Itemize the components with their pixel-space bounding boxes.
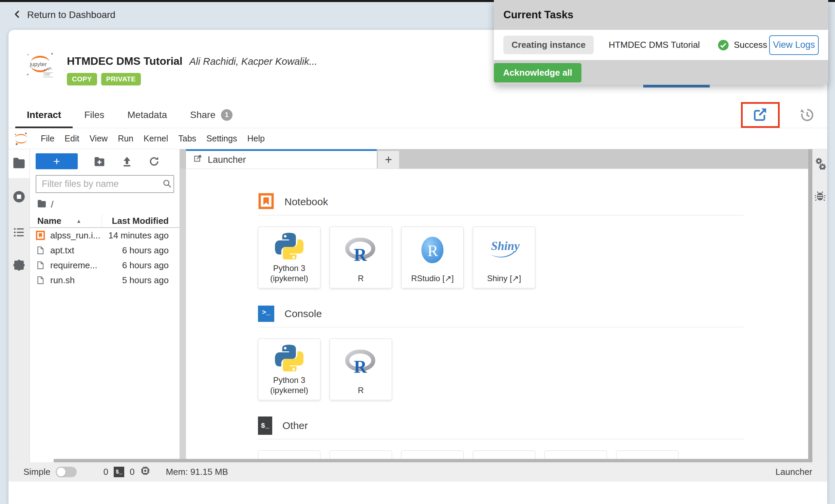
launcher-card-rstudio[interactable]: RRStudio [↗] — [401, 227, 464, 288]
filter-files-input[interactable] — [42, 179, 162, 189]
file-row[interactable]: run.sh5 hours ago — [30, 273, 180, 288]
refresh-icon[interactable] — [148, 156, 160, 167]
view-logs-button[interactable]: View Logs — [769, 35, 819, 55]
file-row[interactable]: alpss_run.i...14 minutes ago — [30, 228, 180, 243]
home-folder-icon — [37, 198, 47, 211]
simple-mode-toggle[interactable] — [56, 467, 77, 477]
tab-interact[interactable]: Interact — [19, 102, 69, 128]
file-list: alpss_run.i...14 minutes agoapt.txt6 hou… — [30, 228, 180, 288]
rstudio-icon: R — [419, 227, 446, 273]
launcher-section-notebook: NotebookPython 3(ipykernel)RRRRStudio [↗… — [258, 193, 808, 288]
back-label: Return to Dashboard — [27, 9, 115, 20]
new-folder-icon[interactable] — [93, 155, 106, 168]
launcher-card-label: Python 3(ipykernel) — [270, 375, 308, 400]
sidebar-tab-property-inspector[interactable] — [814, 157, 827, 171]
fullscreen-annotation-box — [741, 102, 780, 128]
launcher: NotebookPython 3(ipykernel)RRRRStudio [↗… — [180, 169, 808, 462]
tale-tab-bar: InteractFilesMetadataShare1 — [8, 102, 827, 128]
back-to-dashboard-link[interactable]: Return to Dashboard — [13, 9, 115, 20]
launcher-card-label: RStudio [↗] — [411, 273, 454, 288]
python-icon — [275, 227, 303, 263]
menu-run[interactable]: Run — [113, 134, 138, 143]
section-divider — [258, 215, 743, 215]
vertical-scrollbar[interactable] — [808, 149, 812, 462]
task-target: HTMDEC DMS Tutorial — [609, 40, 700, 50]
tab-metadata[interactable]: Metadata — [120, 102, 174, 128]
svg-text:jupyter: jupyter — [30, 61, 47, 67]
gears-icon — [814, 165, 827, 171]
launcher-card-python[interactable]: Python 3(ipykernel) — [258, 227, 320, 288]
search-icon — [162, 178, 172, 190]
new-tab-button[interactable]: + — [378, 151, 399, 169]
launcher-card-label: Shiny [↗] — [487, 273, 521, 288]
file-name: alpss_run.i... — [50, 230, 100, 241]
puzzle-icon — [12, 258, 26, 273]
python-icon — [275, 339, 303, 375]
dock-tab-bar: Launcher + — [180, 149, 808, 169]
menubar-items: FileEditViewRunKernelTabsSettingsHelp — [36, 134, 270, 143]
r-icon: R — [345, 227, 376, 273]
launcher-card-label: R — [358, 273, 364, 288]
launcher-card-r[interactable]: RR — [330, 338, 392, 400]
horizontal-scrollbar[interactable] — [54, 459, 810, 462]
kernel-chip-icon — [140, 465, 151, 479]
shiny-icon: Shiny — [486, 227, 522, 273]
file-icon — [35, 246, 46, 255]
file-modified: 5 hours ago — [122, 275, 180, 286]
bug-icon — [814, 197, 826, 203]
menu-view[interactable]: View — [84, 134, 113, 143]
new-launcher-button[interactable]: + — [36, 153, 78, 169]
file-row[interactable]: requireme...6 hours ago — [30, 258, 180, 273]
sidebar-tab-debugger[interactable] — [814, 190, 826, 203]
column-header-last-modified[interactable]: Last Modified — [102, 214, 180, 227]
menu-kernel[interactable]: Kernel — [138, 134, 173, 143]
menu-settings[interactable]: Settings — [201, 134, 242, 143]
jupyterlab-left-sidebar — [8, 149, 30, 462]
sidebar-tab-toc[interactable] — [8, 226, 30, 240]
upload-icon[interactable] — [121, 156, 133, 167]
open-fullscreen-icon[interactable] — [753, 107, 768, 123]
sidebar-tab-filebrowser[interactable] — [8, 149, 30, 178]
acknowledge-all-button[interactable]: Acknowledge all — [494, 63, 581, 82]
history-icon[interactable] — [799, 108, 814, 122]
tale-title: HTMDEC DMS Tutorial — [67, 55, 183, 67]
tab-bar-actions — [741, 102, 827, 128]
launcher-tab-icon — [193, 154, 202, 166]
launcher-card-python[interactable]: Python 3(ipykernel) — [258, 338, 320, 400]
launcher-cards-row: Python 3(ipykernel)RR — [258, 338, 808, 400]
terminal-count: 0 — [103, 467, 108, 477]
file-row[interactable]: apt.txt6 hours ago — [30, 243, 180, 258]
file-browser: + — [30, 149, 180, 462]
current-tasks-footer: Acknowledge all — [494, 60, 828, 85]
file-modified: 6 hours ago — [122, 260, 180, 271]
menu-tabs[interactable]: Tabs — [173, 134, 201, 143]
running-kernels-icon — [12, 190, 26, 205]
terminal-icon: $_ — [114, 467, 124, 477]
menu-help[interactable]: Help — [242, 134, 270, 143]
tab-launcher[interactable]: Launcher — [186, 149, 377, 169]
tab-label: Metadata — [127, 110, 167, 120]
column-header-name[interactable]: Name ▲ — [30, 216, 102, 226]
sort-ascending-icon: ▲ — [76, 218, 81, 224]
menu-edit[interactable]: Edit — [59, 134, 84, 143]
sidebar-tab-extensions[interactable] — [8, 258, 30, 273]
simple-mode-label: Simple — [23, 467, 50, 477]
file-browser-toolbar: + — [30, 149, 180, 170]
menu-file[interactable]: File — [36, 134, 59, 143]
task-row: Creating instance HTMDEC DMS Tutorial Su… — [494, 30, 828, 60]
tab-share[interactable]: Share1 — [183, 102, 240, 128]
kernel-status[interactable]: 0 $_ 0 — [103, 465, 151, 479]
sidebar-tab-running[interactable] — [8, 190, 30, 205]
console-section-icon: >_ — [258, 306, 274, 322]
tab-files[interactable]: Files — [77, 102, 112, 128]
breadcrumb[interactable]: / — [30, 193, 180, 214]
section-header: >_Console — [258, 305, 808, 323]
file-name: run.sh — [50, 275, 75, 286]
tale-thumbnail: jupyter — [24, 50, 57, 82]
section-header: Notebook — [258, 193, 808, 211]
launcher-card-shiny[interactable]: ShinyShiny [↗] — [473, 227, 535, 288]
jupyterlab-frame: FileEditViewRunKernelTabsSettingsHelp — [8, 128, 827, 504]
tab-label: Interact — [27, 110, 61, 120]
notebook-file-icon — [35, 231, 46, 240]
launcher-card-r[interactable]: RR — [330, 227, 392, 288]
